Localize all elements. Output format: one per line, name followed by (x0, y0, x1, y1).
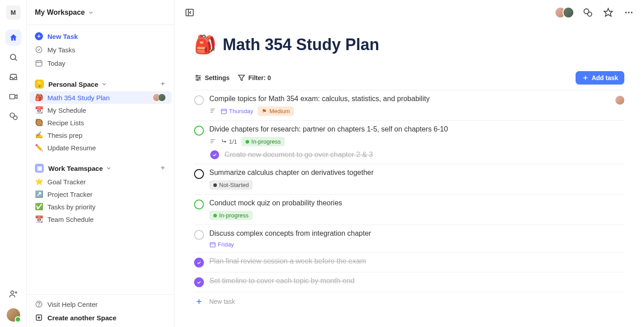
svg-point-5 (11, 291, 14, 294)
task-title[interactable]: Discuss complex concepts from integratio… (209, 229, 624, 238)
help-icon (35, 300, 43, 308)
section-add-icon[interactable] (157, 81, 166, 88)
task-title[interactable]: Plan final review session a week before … (209, 257, 624, 265)
workspace-switcher[interactable]: My Workspace (27, 0, 174, 25)
app-initial[interactable]: M (6, 5, 21, 20)
sidebar-page-goal-tracker[interactable]: ⭐Goal Tracker (30, 175, 171, 188)
sidebar-section-work: ▣ Work Teamspace ⭐Goal Tracker ↗️Project… (30, 161, 171, 225)
sidebar-page-project-tracker[interactable]: ↗️Project Tracker (30, 188, 171, 200)
status-pill[interactable]: Not-Started (209, 180, 253, 190)
task-checkbox[interactable] (194, 95, 204, 105)
svg-rect-2 (9, 94, 15, 99)
help-center-link[interactable]: Visit Help Center (30, 297, 171, 311)
task-item[interactable]: Conduct mock quiz on probability theorie… (194, 195, 624, 225)
svg-point-30 (628, 12, 630, 13)
svg-point-27 (588, 12, 592, 16)
task-title[interactable]: Set timeline to cover each topic by mont… (209, 277, 624, 285)
subtask-count: 1/1 (220, 138, 237, 145)
sidebar: My Workspace New Task My Tasks Today 💡 P… (27, 0, 174, 327)
today-link[interactable]: Today (30, 56, 171, 70)
svg-marker-28 (604, 8, 612, 16)
task-list: Compile topics for Math 354 exam: calcul… (194, 90, 624, 292)
svg-marker-38 (238, 75, 245, 81)
shared-avatars (153, 93, 166, 102)
sidebar-page-team-schedule[interactable]: 📆Team Schedule (30, 213, 171, 225)
subtask-title[interactable]: Create new document to go over chapter 2… (225, 151, 373, 159)
task-checkbox[interactable] (210, 150, 219, 159)
task-title[interactable]: Summarize calculus chapter on derivative… (209, 169, 624, 177)
star-icon[interactable] (601, 5, 615, 20)
svg-point-35 (196, 75, 198, 76)
svg-point-29 (625, 12, 627, 13)
task-item[interactable]: Discuss complex concepts from integratio… (194, 225, 624, 253)
add-task-button[interactable]: Add task (576, 71, 624, 85)
sidebar-page-thesis-prep[interactable]: ✍️Thesis prep (30, 129, 171, 141)
task-title[interactable]: Compile topics for Math 354 exam: calcul… (209, 95, 610, 103)
task-title[interactable]: Divide chapters for research: partner on… (209, 125, 624, 133)
svg-rect-44 (221, 109, 226, 114)
assignee-avatar[interactable] (615, 96, 624, 105)
plus-icon (582, 74, 589, 81)
task-item[interactable]: Set timeline to cover each topic by mont… (194, 272, 624, 292)
add-user-icon[interactable] (5, 286, 21, 302)
sidebar-page-update-resume[interactable]: ✏️Update Resume (30, 141, 171, 154)
page-title-text[interactable]: Math 354 Study Plan (223, 35, 379, 54)
task-item[interactable]: Summarize calculus chapter on derivative… (194, 164, 624, 195)
task-item[interactable]: Plan final review session a week before … (194, 253, 624, 272)
more-icon[interactable] (622, 5, 636, 20)
section-header-personal[interactable]: 💡 Personal Space (30, 77, 171, 91)
filter-button[interactable]: Filter: 0 (237, 74, 271, 82)
task-checkbox[interactable] (194, 169, 204, 179)
user-avatar[interactable] (7, 308, 20, 322)
check-circle-icon (35, 46, 43, 54)
section-add-icon[interactable] (157, 165, 166, 172)
description-icon (209, 138, 216, 146)
comments-icon[interactable] (580, 5, 595, 20)
list-toolbar: Settings Filter: 0 Add task (194, 71, 624, 90)
calendar-icon (35, 59, 43, 67)
due-date[interactable]: Thursday (220, 108, 253, 115)
task-checkbox[interactable] (194, 258, 204, 268)
svg-rect-50 (210, 242, 215, 247)
sidebar-page-my-schedule[interactable]: 📆My Schedule (30, 104, 171, 116)
task-checkbox[interactable] (194, 126, 204, 136)
chat-icon[interactable] (5, 108, 21, 124)
my-tasks-link[interactable]: My Tasks (30, 43, 171, 56)
create-space-button[interactable]: Create another Space (30, 311, 171, 324)
status-pill[interactable]: In-progress (209, 211, 253, 220)
svg-rect-11 (36, 61, 42, 66)
task-checkbox[interactable] (194, 277, 204, 287)
status-pill[interactable]: In-progress (242, 137, 285, 146)
task-item[interactable]: Divide chapters for research: partner on… (194, 121, 624, 164)
due-date[interactable]: Friday (209, 241, 234, 248)
chevron-down-icon (101, 81, 107, 87)
task-checkbox[interactable] (194, 200, 204, 209)
presence-avatars[interactable] (555, 7, 574, 18)
sidebar-section-personal: 💡 Personal Space 🎒 Math 354 Study Plan 📆… (30, 77, 171, 154)
video-icon[interactable] (5, 89, 21, 105)
page-title: 🎒 Math 354 Study Plan (194, 34, 624, 55)
section-header-work[interactable]: ▣ Work Teamspace (30, 161, 171, 175)
collapse-sidebar-icon[interactable] (182, 5, 197, 20)
page-emoji[interactable]: 🎒 (194, 34, 216, 55)
priority-pill[interactable]: Medium (258, 106, 294, 116)
plus-circle-icon (35, 32, 43, 40)
new-task-button[interactable]: New Task (30, 30, 171, 43)
settings-button[interactable]: Settings (194, 74, 229, 82)
subtask-item[interactable]: Create new document to go over chapter 2… (194, 146, 624, 159)
sidebar-page-math-354[interactable]: 🎒 Math 354 Study Plan (30, 91, 171, 104)
svg-point-31 (631, 12, 633, 13)
task-checkbox[interactable] (194, 230, 204, 240)
sidebar-page-recipe-lists[interactable]: 🥘Recipe Lists (30, 116, 171, 129)
topbar (174, 0, 644, 25)
task-item[interactable]: Compile topics for Math 354 exam: calcul… (194, 90, 624, 121)
svg-point-10 (36, 47, 42, 53)
sliders-icon (194, 74, 202, 82)
new-task-row[interactable]: New task (194, 292, 624, 311)
lightbulb-icon: 💡 (35, 80, 44, 89)
search-icon[interactable] (5, 49, 21, 65)
task-title[interactable]: Conduct mock quiz on probability theorie… (209, 199, 624, 207)
inbox-icon[interactable] (5, 69, 21, 85)
sidebar-page-tasks-priority[interactable]: ✅Tasks by priority (30, 200, 171, 213)
home-icon[interactable] (5, 30, 21, 46)
